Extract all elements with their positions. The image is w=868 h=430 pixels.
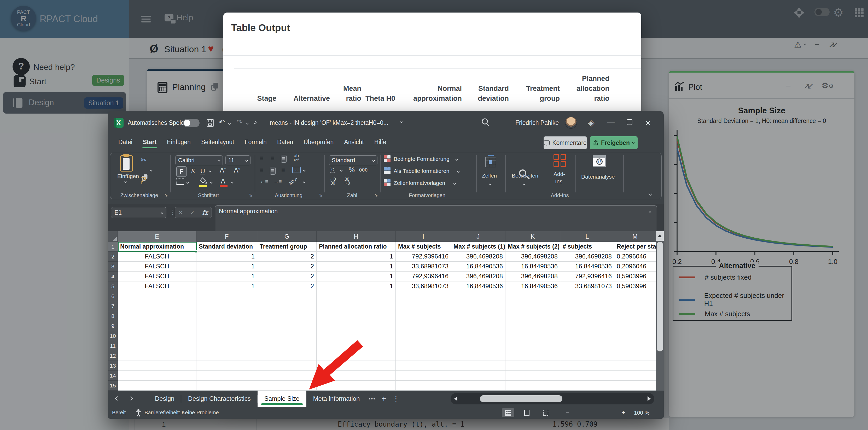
cell[interactable] <box>560 361 614 371</box>
alignment-dialog-launcher-icon[interactable]: ↘ <box>318 192 322 198</box>
cell[interactable]: 1 <box>317 252 396 262</box>
normal-view-button[interactable] <box>502 408 514 417</box>
column-header-E[interactable]: E <box>118 231 196 242</box>
cell[interactable]: 396,4698208 <box>505 252 560 262</box>
cell[interactable] <box>614 351 656 361</box>
sheet-tab-Design Characteristics[interactable]: Design Characteristics <box>181 391 257 407</box>
cell[interactable] <box>257 291 317 301</box>
fill-color-icon[interactable] <box>200 177 207 184</box>
redo-dropdown-icon[interactable] <box>246 122 249 125</box>
cell[interactable] <box>614 381 656 391</box>
search-icon[interactable] <box>481 118 490 127</box>
cell[interactable]: FALSCH <box>118 282 196 291</box>
cell[interactable] <box>505 311 560 321</box>
quick-access-dropdown-icon[interactable] <box>254 121 256 124</box>
data-analysis-button[interactable]: Datenanalyse <box>581 174 615 180</box>
row-header-10[interactable]: 10 <box>108 331 118 341</box>
cell[interactable]: 1 <box>317 282 396 291</box>
cell[interactable] <box>317 341 396 351</box>
undo-icon[interactable]: ↶ <box>219 118 225 127</box>
cell[interactable]: 2 <box>257 262 317 271</box>
row-header-12[interactable]: 12 <box>108 351 118 361</box>
row-header-13[interactable]: 13 <box>108 361 118 371</box>
cell[interactable] <box>257 361 317 371</box>
cell[interactable] <box>505 341 560 351</box>
cell[interactable]: 792,9396416 <box>396 271 451 282</box>
cell[interactable] <box>614 331 656 341</box>
cell[interactable] <box>451 361 505 371</box>
sheet-tab-Meta information[interactable]: Meta information <box>306 391 367 407</box>
cell[interactable] <box>614 371 656 381</box>
row-header-7[interactable]: 7 <box>108 301 118 311</box>
column-header-J[interactable]: J <box>451 231 505 242</box>
cell[interactable] <box>451 351 505 361</box>
cell[interactable]: 1 <box>317 271 396 282</box>
cell[interactable]: 792,9396416 <box>560 271 614 282</box>
cell[interactable] <box>317 291 396 301</box>
cell[interactable] <box>614 301 656 311</box>
add-ins-button-line2[interactable]: Ins <box>555 178 562 185</box>
sheet-tab-Sample Size[interactable]: Sample Size <box>257 391 306 407</box>
cell[interactable] <box>505 321 560 331</box>
cell[interactable] <box>257 341 317 351</box>
scroll-left-button[interactable] <box>454 396 457 401</box>
autosave-toggle[interactable] <box>183 119 199 127</box>
cell[interactable] <box>614 321 656 331</box>
number-dialog-launcher-icon[interactable]: ↘ <box>374 192 378 198</box>
cell[interactable] <box>505 331 560 341</box>
cell[interactable]: 16,84490536 <box>451 282 505 291</box>
row-header-4[interactable]: 4 <box>108 271 118 282</box>
italic-button[interactable]: K <box>191 167 195 175</box>
cell[interactable]: 396,4698208 <box>560 252 614 262</box>
cell[interactable] <box>118 331 196 341</box>
cell[interactable] <box>317 321 396 331</box>
cell[interactable]: 2 <box>257 252 317 262</box>
horizontal-scrollbar[interactable] <box>451 393 654 404</box>
cell[interactable] <box>505 361 560 371</box>
cell[interactable]: 0,5903996 <box>614 282 656 291</box>
align-left-icon[interactable]: ≡ <box>260 166 264 174</box>
cell[interactable]: 1 <box>196 271 257 282</box>
cell[interactable] <box>196 321 257 331</box>
clipboard-dialog-launcher-icon[interactable]: ↘ <box>164 192 168 198</box>
cell[interactable]: 0,5903996 <box>614 271 656 282</box>
cell-styles-button[interactable]: Zellenformatvorlagen <box>394 180 445 186</box>
cell[interactable] <box>196 291 257 301</box>
ribbon-tab-Formeln[interactable]: Formeln <box>240 136 272 150</box>
cell[interactable] <box>196 301 257 311</box>
zoom-level[interactable]: 100 % <box>634 410 650 416</box>
cell[interactable] <box>257 371 317 381</box>
cell[interactable] <box>118 351 196 361</box>
borders-icon[interactable] <box>176 178 184 185</box>
accounting-format-icon[interactable]: € <box>330 167 335 173</box>
row-header-1[interactable]: 1 <box>108 242 118 252</box>
cell[interactable] <box>451 331 505 341</box>
column-header-M[interactable]: M <box>614 231 656 242</box>
cell[interactable] <box>396 341 451 351</box>
cell[interactable] <box>118 291 196 301</box>
cell[interactable] <box>118 381 196 391</box>
cell[interactable]: 396,4698208 <box>451 252 505 262</box>
sheet-menu-icon[interactable]: ⋮ <box>390 391 402 407</box>
cell[interactable] <box>196 381 257 391</box>
cell[interactable] <box>317 381 396 391</box>
formula-input[interactable]: Normal approximation <box>215 205 657 233</box>
cell[interactable] <box>505 301 560 311</box>
cell[interactable] <box>396 331 451 341</box>
row-header-11[interactable]: 11 <box>108 341 118 351</box>
scroll-right-button[interactable] <box>648 396 651 401</box>
shrink-font-icon[interactable]: Av <box>234 166 240 174</box>
share-button[interactable]: Freigeben <box>590 136 638 149</box>
align-center-icon[interactable]: ≡ <box>270 167 276 175</box>
ribbon-tab-Einfügen[interactable]: Einfügen <box>162 136 196 150</box>
name-box[interactable]: E1 <box>111 207 166 218</box>
cell[interactable]: 0,2096046 <box>614 252 656 262</box>
ribbon-tab-Überprüfen[interactable]: Überprüfen <box>298 136 339 150</box>
page-break-view-button[interactable] <box>539 408 552 417</box>
row-header-2[interactable]: 2 <box>108 252 118 262</box>
cell[interactable] <box>257 311 317 321</box>
cells-button[interactable]: Zellen <box>482 173 497 179</box>
title-dropdown-icon[interactable] <box>400 121 403 123</box>
cell[interactable]: Max # subjects <box>396 242 451 252</box>
cell[interactable] <box>317 361 396 371</box>
